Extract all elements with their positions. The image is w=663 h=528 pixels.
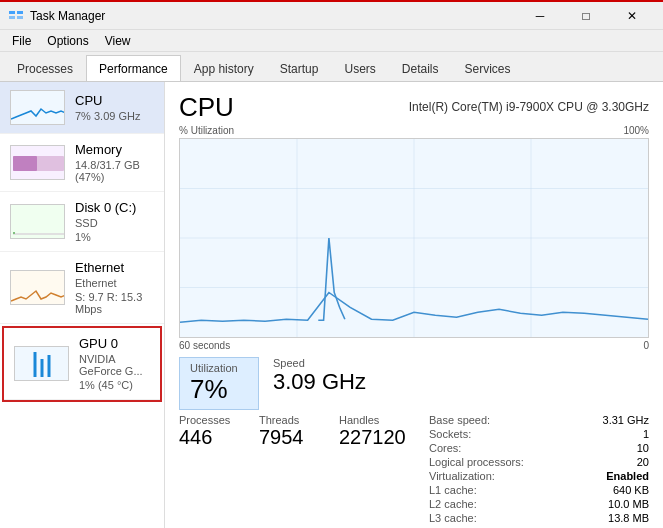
chart-bottom-labels: 60 seconds 0 bbox=[179, 340, 649, 351]
base-speed-label: Base speed: bbox=[429, 414, 490, 426]
menu-file[interactable]: File bbox=[4, 32, 39, 50]
svg-rect-10 bbox=[13, 232, 15, 234]
tab-details[interactable]: Details bbox=[389, 55, 452, 81]
gpu-highlight-border: GPU 0 NVIDIA GeForce G... 1% (45 °C) bbox=[2, 326, 162, 402]
tab-startup[interactable]: Startup bbox=[267, 55, 332, 81]
svg-rect-0 bbox=[9, 11, 15, 14]
cpu-title: CPU bbox=[179, 92, 234, 123]
menu-options[interactable]: Options bbox=[39, 32, 96, 50]
tab-services[interactable]: Services bbox=[452, 55, 524, 81]
cpu-sidebar-detail: 7% 3.09 GHz bbox=[75, 110, 154, 122]
chart-y-label: % Utilization bbox=[179, 125, 234, 136]
threads-label: Threads bbox=[259, 414, 329, 426]
svg-rect-3 bbox=[17, 16, 23, 19]
ethernet-sidebar-detail1: Ethernet bbox=[75, 277, 154, 289]
title-bar: Task Manager ─ □ ✕ bbox=[0, 2, 663, 30]
l3cache-label: L3 cache: bbox=[429, 512, 477, 524]
memory-sidebar-name: Memory bbox=[75, 142, 154, 157]
processes-value: 446 bbox=[179, 426, 249, 449]
l3cache-value: 13.8 MB bbox=[608, 512, 649, 524]
handles-value: 227120 bbox=[339, 426, 419, 449]
threads-value: 7954 bbox=[259, 426, 329, 449]
menu-bar: File Options View bbox=[0, 30, 663, 52]
details-col: Base speed: 3.31 GHz Sockets: 1 Cores: 1… bbox=[429, 414, 649, 526]
svg-rect-4 bbox=[11, 91, 65, 125]
gpu-sidebar-detail2: 1% (45 °C) bbox=[79, 379, 150, 391]
chart-time-right: 0 bbox=[643, 340, 649, 351]
menu-view[interactable]: View bbox=[97, 32, 139, 50]
virtualization-label: Virtualization: bbox=[429, 470, 495, 482]
sidebar: CPU 7% 3.09 GHz Memory 14.8/31.7 GB (47%… bbox=[0, 82, 165, 528]
speed-label: Speed bbox=[273, 357, 649, 369]
cpu-thumbnail bbox=[10, 90, 65, 125]
window-controls: ─ □ ✕ bbox=[517, 2, 655, 30]
ethernet-sidebar-detail2: S: 9.7 R: 15.3 Mbps bbox=[75, 291, 154, 315]
sockets-value: 1 bbox=[643, 428, 649, 440]
memory-sidebar-detail: 14.8/31.7 GB (47%) bbox=[75, 159, 154, 183]
tab-bar: Processes Performance App history Startu… bbox=[0, 52, 663, 82]
l2cache-value: 10.0 MB bbox=[608, 498, 649, 510]
ethernet-sidebar-name: Ethernet bbox=[75, 260, 154, 275]
disk-sidebar-detail2: 1% bbox=[75, 231, 154, 243]
sidebar-item-cpu[interactable]: CPU 7% 3.09 GHz bbox=[0, 82, 164, 134]
gpu-sidebar-detail1: NVIDIA GeForce G... bbox=[79, 353, 150, 377]
tab-app-history[interactable]: App history bbox=[181, 55, 267, 81]
l2cache-label: L2 cache: bbox=[429, 498, 477, 510]
tab-performance[interactable]: Performance bbox=[86, 55, 181, 81]
gpu-sidebar-info: GPU 0 NVIDIA GeForce G... 1% (45 °C) bbox=[79, 336, 150, 391]
svg-rect-7 bbox=[13, 156, 37, 171]
ethernet-sidebar-info: Ethernet Ethernet S: 9.7 R: 15.3 Mbps bbox=[75, 260, 154, 315]
utilization-value: 7% bbox=[190, 374, 248, 405]
utilization-block: Utilization 7% bbox=[179, 357, 259, 410]
svg-rect-2 bbox=[9, 16, 15, 19]
processes-label: Processes bbox=[179, 414, 249, 426]
memory-sidebar-info: Memory 14.8/31.7 GB (47%) bbox=[75, 142, 154, 183]
logical-processors-label: Logical processors: bbox=[429, 456, 524, 468]
sidebar-item-gpu[interactable]: GPU 0 NVIDIA GeForce G... 1% (45 °C) bbox=[4, 328, 160, 400]
threads-block: Threads 7954 bbox=[259, 414, 329, 526]
svg-rect-11 bbox=[11, 271, 65, 305]
content-area: CPU Intel(R) Core(TM) i9-7900X CPU @ 3.3… bbox=[165, 82, 663, 528]
cores-label: Cores: bbox=[429, 442, 461, 454]
memory-thumbnail bbox=[10, 145, 65, 180]
l1cache-label: L1 cache: bbox=[429, 484, 477, 496]
cpu-chart bbox=[179, 138, 649, 338]
svg-rect-1 bbox=[17, 11, 23, 14]
cpu-header: CPU Intel(R) Core(TM) i9-7900X CPU @ 3.3… bbox=[179, 92, 649, 123]
speed-block: Speed 3.09 GHz bbox=[273, 357, 649, 410]
disk-sidebar-name: Disk 0 (C:) bbox=[75, 200, 154, 215]
cpu-model: Intel(R) Core(TM) i9-7900X CPU @ 3.30GHz bbox=[409, 100, 649, 114]
cpu-sidebar-info: CPU 7% 3.09 GHz bbox=[75, 93, 154, 122]
logical-processors-value: 20 bbox=[637, 456, 649, 468]
processes-block: Processes 446 bbox=[179, 414, 249, 526]
stats-row: Utilization 7% Speed 3.09 GHz bbox=[179, 357, 649, 410]
base-speed-value: 3.31 GHz bbox=[603, 414, 649, 426]
chart-y-max: 100% bbox=[623, 125, 649, 136]
cores-value: 10 bbox=[637, 442, 649, 454]
sidebar-item-memory[interactable]: Memory 14.8/31.7 GB (47%) bbox=[0, 134, 164, 192]
disk-thumbnail bbox=[10, 204, 65, 239]
sockets-label: Sockets: bbox=[429, 428, 471, 440]
main-layout: CPU 7% 3.09 GHz Memory 14.8/31.7 GB (47%… bbox=[0, 82, 663, 528]
window-title: Task Manager bbox=[30, 9, 105, 23]
disk-sidebar-detail1: SSD bbox=[75, 217, 154, 229]
virtualization-value: Enabled bbox=[606, 470, 649, 482]
chart-axis-labels: % Utilization 100% bbox=[179, 125, 649, 136]
l1cache-value: 640 KB bbox=[613, 484, 649, 496]
close-button[interactable]: ✕ bbox=[609, 2, 655, 30]
disk-sidebar-info: Disk 0 (C:) SSD 1% bbox=[75, 200, 154, 243]
speed-value: 3.09 GHz bbox=[273, 369, 649, 395]
cpu-sidebar-name: CPU bbox=[75, 93, 154, 108]
app-icon bbox=[8, 8, 24, 24]
minimize-button[interactable]: ─ bbox=[517, 2, 563, 30]
ethernet-thumbnail bbox=[10, 270, 65, 305]
handles-block: Handles 227120 bbox=[339, 414, 419, 526]
svg-rect-9 bbox=[13, 233, 64, 235]
tab-processes[interactable]: Processes bbox=[4, 55, 86, 81]
chart-time-label: 60 seconds bbox=[179, 340, 230, 351]
tab-users[interactable]: Users bbox=[331, 55, 388, 81]
sidebar-item-ethernet[interactable]: Ethernet Ethernet S: 9.7 R: 15.3 Mbps bbox=[0, 252, 164, 324]
sidebar-item-disk[interactable]: Disk 0 (C:) SSD 1% bbox=[0, 192, 164, 252]
maximize-button[interactable]: □ bbox=[563, 2, 609, 30]
gpu-sidebar-name: GPU 0 bbox=[79, 336, 150, 351]
